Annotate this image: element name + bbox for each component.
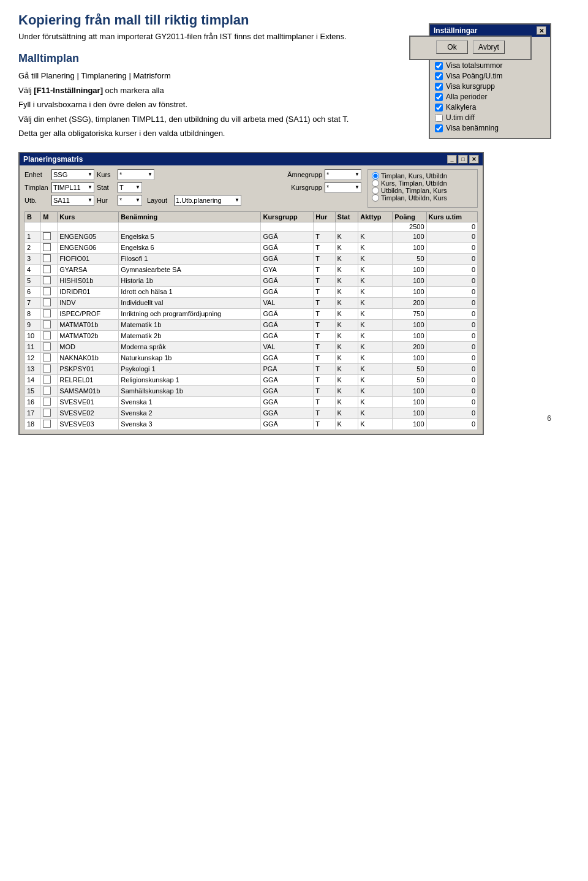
close-window-button[interactable]: ✕ <box>469 155 479 164</box>
amnegrupp-label: Ämnegrupp <box>287 171 322 178</box>
page-number: 6 <box>547 414 551 423</box>
cell-poang: 50 <box>393 363 426 374</box>
cell-akttyp: K <box>358 374 393 385</box>
cell-num: 17 <box>25 407 41 418</box>
cell-stat: K <box>335 330 358 341</box>
cell-poang: 100 <box>393 407 426 418</box>
settings-checkbox[interactable] <box>435 114 443 122</box>
b-checkbox[interactable] <box>43 243 51 251</box>
settings-checkbox[interactable] <box>435 62 443 70</box>
b-checkbox[interactable] <box>43 398 51 406</box>
summary-benamning <box>119 222 261 231</box>
cell-stat: K <box>335 407 358 418</box>
settings-checkbox[interactable] <box>435 72 443 80</box>
cell-kursgrupp: GGÄ <box>261 396 314 407</box>
close-button[interactable]: ✕ <box>537 26 546 35</box>
cell-poang: 100 <box>393 264 426 275</box>
cell-num: 8 <box>25 308 41 319</box>
b-checkbox[interactable] <box>43 342 51 350</box>
b-checkbox[interactable] <box>43 420 51 428</box>
cell-kurs: ENGENG06 <box>58 242 119 253</box>
maximize-button[interactable]: □ <box>458 155 468 164</box>
layout-input[interactable]: 1.Utb.planering ▼ <box>174 195 241 206</box>
settings-checkbox[interactable] <box>435 83 443 91</box>
cell-kurs-u-tim: 0 <box>426 374 477 385</box>
cell-kurs-u-tim: 0 <box>426 253 477 264</box>
cell-kurs-u-tim: 0 <box>426 319 477 330</box>
cell-akttyp: K <box>358 352 393 363</box>
kursgrupp-input[interactable]: * ▼ <box>325 182 361 193</box>
minimize-button[interactable]: _ <box>447 155 457 164</box>
cell-akttyp: K <box>358 297 393 308</box>
sort-order-radio[interactable] <box>372 194 379 202</box>
cell-stat: K <box>335 308 358 319</box>
settings-checkbox[interactable] <box>435 104 443 112</box>
kurs-input[interactable]: * ▼ <box>118 169 154 180</box>
cell-b <box>41 363 58 374</box>
b-checkbox[interactable] <box>43 232 51 240</box>
b-checkbox[interactable] <box>43 331 51 339</box>
amnegrupp-input[interactable]: * ▼ <box>325 169 361 180</box>
table-row: 15 SAMSAM01b Samhällskunskap 1b GGÄ T K … <box>25 385 478 396</box>
kurs-label: Kurs <box>97 171 115 178</box>
cell-b <box>41 374 58 385</box>
col-hur: Hur <box>314 211 335 222</box>
b-checkbox[interactable] <box>43 320 51 328</box>
stat-input[interactable]: T ▼ <box>118 182 142 193</box>
table-row: 10 MATMAT02b Matematik 2b GGÄ T K K 100 … <box>25 330 478 341</box>
timplan-input[interactable]: TIMPL11 ▼ <box>51 182 94 193</box>
utb-input[interactable]: SA11 ▼ <box>51 195 94 206</box>
kursgrupp-label: Kursgrupp <box>291 184 322 191</box>
cell-akttyp: K <box>358 418 393 429</box>
cell-kurs: IDRIDR01 <box>58 286 119 297</box>
b-checkbox[interactable] <box>43 276 51 284</box>
b-checkbox[interactable] <box>43 387 51 395</box>
settings-checkbox-row: Visa totalsummor <box>435 61 545 70</box>
sort-order-radio[interactable] <box>372 187 379 194</box>
b-checkbox[interactable] <box>43 376 51 384</box>
table-row: 4 GYARSA Gymnasiearbete SA GYA T K K 100… <box>25 264 478 275</box>
cell-b <box>41 286 58 297</box>
cancel-button[interactable]: Avbryt <box>473 40 505 54</box>
cell-hur: T <box>314 396 335 407</box>
b-checkbox[interactable] <box>43 409 51 417</box>
settings-checkbox[interactable] <box>435 124 443 132</box>
cell-kursgrupp: GYA <box>261 264 314 275</box>
cell-b <box>41 385 58 396</box>
cell-kurs-u-tim: 0 <box>426 297 477 308</box>
ok-button[interactable]: Ok <box>436 40 468 54</box>
b-checkbox[interactable] <box>43 298 51 306</box>
settings-checkbox-row: Alla perioder <box>435 93 545 101</box>
b-checkbox[interactable] <box>43 254 51 262</box>
cell-stat: K <box>335 286 358 297</box>
cell-kursgrupp: PGÄ <box>261 363 314 374</box>
cell-poang: 100 <box>393 418 426 429</box>
cell-kursgrupp: VAL <box>261 297 314 308</box>
b-checkbox[interactable] <box>43 354 51 361</box>
hur-label: Hur <box>97 197 115 204</box>
cell-kurs-u-tim: 0 <box>426 275 477 286</box>
settings-checkbox[interactable] <box>435 93 443 101</box>
sort-order-radio[interactable] <box>372 180 379 187</box>
cell-b <box>41 407 58 418</box>
b-checkbox[interactable] <box>43 365 51 372</box>
cell-kurs-u-tim: 0 <box>426 231 477 242</box>
b-checkbox[interactable] <box>43 287 51 295</box>
b-checkbox[interactable] <box>43 309 51 317</box>
radio-group: Timplan, Kurs, UtbildnKurs, Timplan, Utb… <box>368 169 478 208</box>
cell-hur: T <box>314 363 335 374</box>
sort-order-radio[interactable] <box>372 172 379 180</box>
hur-input[interactable]: * ▼ <box>118 195 142 206</box>
b-checkbox[interactable] <box>43 265 51 273</box>
enhet-input[interactable]: SSG ▼ <box>51 169 94 180</box>
settings-checkbox-label: Visa kursgrupp <box>446 82 495 91</box>
cell-akttyp: K <box>358 319 393 330</box>
table-row: 11 MOD Moderna språk VAL T K K 200 0 <box>25 341 478 352</box>
cell-poang: 100 <box>393 385 426 396</box>
table-row: 8 ISPEC/PROF Inriktning och programfördj… <box>25 308 478 319</box>
cell-num: 5 <box>25 275 41 286</box>
cell-b <box>41 297 58 308</box>
cell-benamning: Idrott och hälsa 1 <box>119 286 261 297</box>
col-m: M <box>41 211 58 222</box>
cell-poang: 100 <box>393 242 426 253</box>
